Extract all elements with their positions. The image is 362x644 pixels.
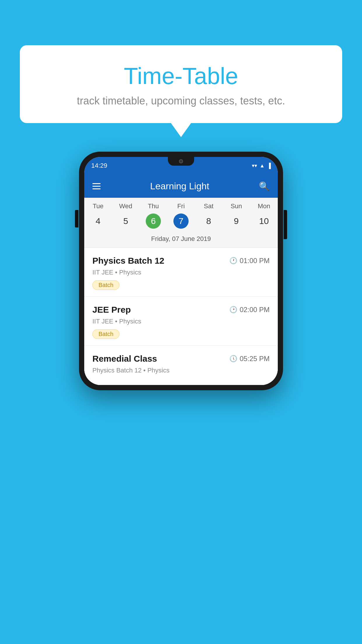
phone-screen: 14:29 ▾▾ ▲ ▐ Learning Light 🔍 [84,157,278,385]
selected-date-label: Friday, 07 June 2019 [84,233,278,247]
day-name-fri: Fri [167,202,195,210]
schedule-time-value-1: 01:00 PM [240,257,270,265]
schedule-meta-3: Physics Batch 12 • Physics [92,367,270,374]
status-bar: 14:29 ▾▾ ▲ ▐ [84,157,278,174]
schedule-item-3[interactable]: Remedial Class 🕔 05:25 PM Physics Batch … [84,346,278,385]
batch-tag-1: Batch [92,280,120,290]
schedule-time-1: 🕐 01:00 PM [229,257,270,265]
battery-icon: ▐ [267,163,271,169]
schedule-name-3: Remedial Class [92,354,157,364]
app-bar: Learning Light 🔍 [84,174,278,198]
phone-outer-frame: 14:29 ▾▾ ▲ ▐ Learning Light 🔍 [79,152,283,390]
schedule-header-3: Remedial Class 🕔 05:25 PM [92,354,270,364]
status-time: 14:29 [91,162,107,169]
app-title-heading: Time-Table [34,63,328,90]
clock-icon-2: 🕑 [229,306,237,314]
day-numbers-row: 4 5 6 7 8 9 10 [84,212,278,233]
notch-cutout [168,157,194,166]
day-8[interactable]: 8 [195,214,222,229]
schedule-meta-2: IIT JEE • Physics [92,318,270,325]
schedule-item-1[interactable]: Physics Batch 12 🕐 01:00 PM IIT JEE • Ph… [84,248,278,297]
front-camera [179,159,183,163]
day-name-sun: Sun [222,202,250,210]
day-6-today[interactable]: 6 [146,214,161,229]
signal-icon: ▲ [259,163,265,169]
clock-icon-1: 🕐 [229,257,237,265]
day-10[interactable]: 10 [250,214,278,229]
day-name-thu: Thu [140,202,167,210]
schedule-time-2: 🕑 02:00 PM [229,306,270,314]
clock-icon-3: 🕔 [229,355,237,363]
calendar-strip: Tue Wed Thu Fri Sat Sun Mon 4 5 6 7 8 9 … [84,198,278,248]
phone-mockup: 14:29 ▾▾ ▲ ▐ Learning Light 🔍 [79,152,283,390]
speech-bubble-container: Time-Table track timetable, upcoming cla… [20,45,342,123]
app-subtitle: track timetable, upcoming classes, tests… [34,95,328,107]
menu-icon[interactable] [92,183,101,189]
day-5[interactable]: 5 [112,214,140,229]
schedule-meta-1: IIT JEE • Physics [92,269,270,276]
schedule-item-2[interactable]: JEE Prep 🕑 02:00 PM IIT JEE • Physics Ba… [84,297,278,346]
status-icons: ▾▾ ▲ ▐ [252,162,271,169]
schedule-name-2: JEE Prep [92,305,131,315]
day-names-row: Tue Wed Thu Fri Sat Sun Mon [84,198,278,212]
day-9[interactable]: 9 [222,214,250,229]
day-name-sat: Sat [195,202,222,210]
schedule-list: Physics Batch 12 🕐 01:00 PM IIT JEE • Ph… [84,248,278,385]
batch-tag-2: Batch [92,329,120,339]
schedule-time-value-2: 02:00 PM [240,306,270,314]
schedule-time-value-3: 05:25 PM [240,355,270,363]
schedule-name-1: Physics Batch 12 [92,256,164,266]
day-name-mon: Mon [250,202,278,210]
speech-bubble: Time-Table track timetable, upcoming cla… [20,45,342,123]
schedule-header-1: Physics Batch 12 🕐 01:00 PM [92,256,270,266]
day-4[interactable]: 4 [84,214,112,229]
day-name-wed: Wed [112,202,140,210]
day-name-tue: Tue [84,202,112,210]
schedule-time-3: 🕔 05:25 PM [229,355,270,363]
day-7-selected[interactable]: 7 [173,214,189,229]
app-bar-title: Learning Light [108,181,252,192]
schedule-header-2: JEE Prep 🕑 02:00 PM [92,305,270,315]
search-icon[interactable]: 🔍 [259,181,270,191]
wifi-icon: ▾▾ [252,162,257,169]
